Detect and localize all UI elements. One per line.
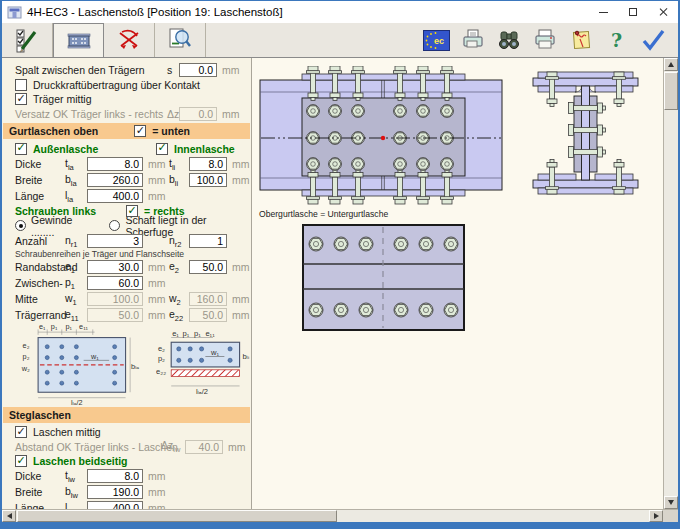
steg-breite-row: Breite blw 190.0 mm — [2, 484, 251, 500]
svg-text:ec: ec — [434, 36, 444, 46]
window-bottom-border — [2, 522, 678, 527]
steg-laenge-row: Länge llw 400.0 mm — [2, 500, 251, 509]
abstand-field: 40.0 — [185, 440, 223, 454]
schrauben-rechts-checkbox[interactable] — [126, 205, 138, 217]
vertical-scroll-track — [664, 110, 678, 496]
row-label: Breite — [15, 174, 65, 186]
outer-plate-diagram: e₁ p₁ p₁ e₁₁ e₂ p₂ w₂ w₁ — [18, 323, 142, 405]
scroll-right-button[interactable] — [649, 510, 663, 522]
dicke-aussen-field[interactable]: 8.0 — [87, 157, 143, 171]
symbol: bli — [169, 173, 189, 188]
help-icon[interactable]: ? — [603, 27, 630, 53]
maximize-button[interactable] — [618, 1, 648, 23]
symbol: e22 — [169, 308, 189, 323]
svg-text:p₁: p₁ — [65, 323, 72, 331]
gewinde-radio[interactable] — [15, 220, 26, 231]
confirm-icon[interactable] — [639, 27, 666, 53]
app-icon — [7, 5, 22, 20]
steg-dicke-field[interactable]: 8.0 — [87, 469, 143, 483]
close-button[interactable] — [648, 1, 678, 23]
horizontal-scrollbar[interactable] — [2, 509, 678, 522]
svg-text:e₂: e₂ — [158, 344, 165, 353]
content-area: Spalt zwischen den Trägern s 0.0 mm Druc… — [2, 58, 678, 509]
abstand-label: Abstand OK Träger links - Laschen — [15, 441, 161, 453]
druckkraft-row: Druckkraftübertragung über Kontakt — [2, 78, 251, 92]
symbol: e11 — [65, 308, 87, 323]
aussenlasche-checkbox[interactable] — [15, 143, 27, 155]
scroll-left-button[interactable] — [2, 510, 16, 522]
e1-field[interactable]: 30.0 — [87, 260, 143, 274]
unit-label: mm — [227, 293, 249, 305]
scroll-up-button[interactable] — [664, 58, 678, 71]
unit-label: mm — [143, 470, 169, 482]
laschen-mittig-checkbox[interactable] — [15, 426, 27, 438]
symbol: nr2 — [169, 234, 189, 249]
steg-dicke-row: Dicke tlw 8.0 mm — [2, 468, 251, 484]
row-label: Breite — [15, 486, 65, 498]
unit-label: mm — [227, 158, 249, 170]
schaft-radio[interactable] — [109, 220, 120, 231]
steg-laenge-field[interactable]: 400.0 — [87, 501, 143, 509]
druckkraft-label: Druckkraftübertragung über Kontakt — [33, 79, 200, 91]
results-tab[interactable] — [155, 23, 206, 57]
e2-field[interactable]: 50.0 — [189, 260, 227, 274]
vertical-scrollbar[interactable] — [663, 58, 678, 509]
gurtlaschen-header: Gurtlaschen oben = unten — [3, 123, 250, 139]
traeger-mittig-checkbox[interactable] — [15, 93, 27, 105]
breite-innen-field[interactable]: 100.0 — [189, 173, 227, 187]
unit-label: mm — [143, 158, 169, 170]
abstand-row: Abstand OK Träger links - Laschen Δzlw 4… — [2, 439, 251, 454]
innenlasche-checkbox[interactable] — [156, 143, 168, 155]
printer-icon[interactable] — [531, 27, 558, 53]
dicke-innen-field[interactable]: 8.0 — [189, 157, 227, 171]
graphic-tab[interactable] — [53, 23, 104, 57]
checklist-pencil-icon — [14, 27, 40, 53]
schrauben-note: Schraubenreihen je Träger und Flanschsei… — [2, 249, 251, 259]
binoculars-icon[interactable] — [495, 27, 522, 53]
gurt-unten-checkbox[interactable] — [134, 125, 146, 137]
horizontal-scroll-track — [337, 510, 649, 522]
notes-icon[interactable] — [567, 27, 594, 53]
symbol: tli — [169, 157, 189, 172]
eurocode-ec-icon[interactable]: ec — [423, 27, 450, 53]
spalt-field[interactable]: 0.0 — [179, 63, 217, 77]
anzahl-nr2-field[interactable]: 1 — [189, 234, 227, 248]
anzahl-row: Anzahl nr1 3 nr2 1 — [2, 233, 251, 249]
beidseitig-label: Laschen beidseitig — [33, 455, 128, 467]
versatz-symbol: Δz — [167, 108, 179, 120]
svg-text:lₗₐ/2: lₗₐ/2 — [196, 387, 208, 396]
gurtlaschen-header-label: Gurtlaschen oben — [9, 125, 98, 137]
druckkraft-checkbox[interactable] — [15, 79, 27, 91]
scrollbar-corner — [663, 510, 678, 522]
symbol: p1 — [65, 276, 87, 291]
scroll-down-button[interactable] — [664, 496, 678, 509]
p1-field[interactable]: 60.0 — [87, 276, 143, 290]
unit-label: mm — [143, 190, 169, 202]
minimize-button[interactable] — [588, 1, 618, 23]
input-tab[interactable] — [2, 23, 53, 57]
toolbar: ec — [2, 23, 678, 58]
randabstand-row: Randabstand e1 30.0 mm e2 50.0 mm — [2, 259, 251, 275]
loads-tab[interactable] — [104, 23, 155, 57]
versatz-row: Versatz OK Träger links - rechts Δz 0.0 … — [2, 106, 251, 121]
unit-label: mm — [217, 108, 239, 120]
svg-text:lₗₐ/2: lₗₐ/2 — [71, 398, 83, 405]
symbol: tlw — [65, 469, 87, 484]
bolt-pattern-diagrams: e₁ p₁ p₁ e₁₁ e₂ p₂ w₂ w₁ — [2, 323, 251, 405]
vertical-scroll-thumb[interactable] — [664, 72, 678, 110]
innenlasche-label: Innenlasche — [174, 143, 235, 155]
steg-breite-field[interactable]: 190.0 — [87, 485, 143, 499]
horizontal-scroll-thumb[interactable] — [17, 510, 337, 522]
beidseitig-checkbox[interactable] — [15, 455, 27, 467]
breite-aussen-field[interactable]: 260.0 — [87, 173, 143, 187]
symbol: blw — [65, 485, 87, 500]
symbol: e2 — [169, 260, 189, 275]
copy-icon[interactable] — [459, 27, 486, 53]
laenge-aussen-field[interactable]: 400.0 — [87, 189, 143, 203]
symbol: Δzlw — [161, 439, 185, 454]
symbol: bla — [65, 173, 87, 188]
gurt-laenge-row: Länge lla 400.0 mm — [2, 188, 251, 204]
anzahl-nr1-field[interactable]: 3 — [87, 234, 143, 248]
unit-label: mm — [227, 174, 249, 186]
gurt-dicke-row: Dicke tla 8.0 mm tli 8.0 mm — [2, 156, 251, 172]
